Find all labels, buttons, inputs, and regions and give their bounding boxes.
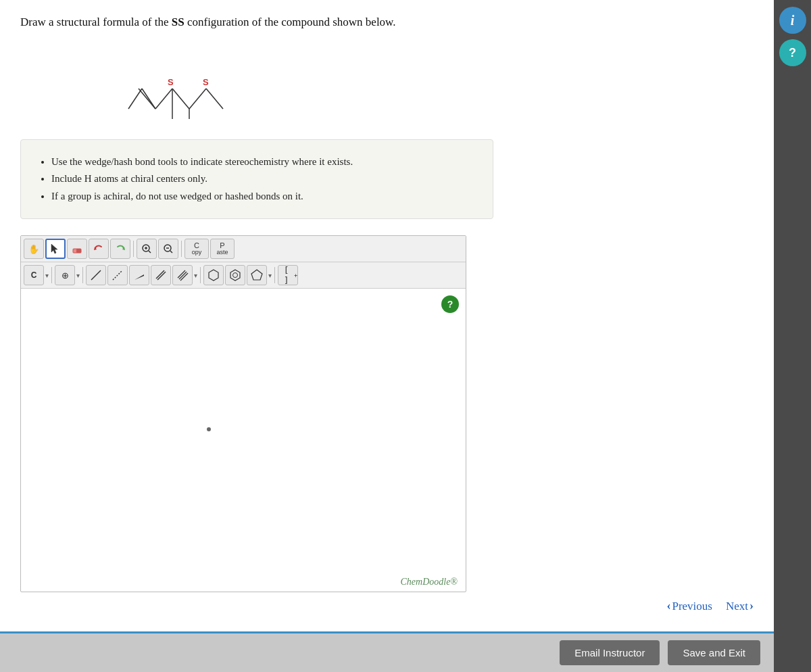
- svg-line-22: [91, 270, 101, 280]
- canvas-dot: [207, 427, 211, 431]
- zoom-in-icon: [141, 243, 152, 254]
- select-tool[interactable]: [45, 239, 66, 259]
- undo-icon: [93, 243, 104, 254]
- question-text: Draw a structural formula of the SS conf…: [20, 14, 754, 31]
- svg-line-5: [206, 89, 223, 109]
- sidebar-info-btn[interactable]: i: [779, 7, 806, 34]
- separator-4: [82, 267, 83, 283]
- svg-line-23: [113, 270, 122, 280]
- svg-marker-33: [251, 270, 262, 280]
- redo-icon: [115, 243, 126, 254]
- sidebar-help-btn[interactable]: ?: [779, 39, 806, 66]
- bond-dashed-btn[interactable]: [107, 265, 128, 285]
- chemdoodle-editor: ✋: [20, 235, 466, 592]
- next-button[interactable]: Next ›: [726, 599, 754, 613]
- paste-sublabel: aste: [216, 249, 228, 256]
- drawing-canvas[interactable]: ?: [21, 289, 466, 573]
- sidebar-help-icon: ?: [789, 46, 796, 60]
- bond-single-btn[interactable]: [86, 265, 106, 285]
- redo-tool[interactable]: [110, 239, 130, 259]
- svg-marker-31: [230, 270, 240, 281]
- email-instructor-button[interactable]: Email Instructor: [560, 640, 660, 665]
- carbon-element-btn[interactable]: C: [24, 265, 44, 285]
- save-exit-label: Save and Exit: [683, 647, 745, 658]
- next-chevron-icon: ›: [749, 599, 754, 613]
- separator-3: [51, 267, 52, 283]
- undo-tool[interactable]: [89, 239, 109, 259]
- zoom-out-tool[interactable]: [158, 239, 178, 259]
- bond-triple-btn[interactable]: [172, 265, 193, 285]
- right-sidebar: i ?: [774, 0, 811, 672]
- question-bold: SS: [172, 16, 185, 28]
- bond-triple-icon: [176, 269, 189, 281]
- previous-chevron-icon: ‹: [666, 599, 670, 613]
- bond-double-btn[interactable]: [151, 265, 171, 285]
- email-instructor-label: Email Instructor: [574, 647, 645, 658]
- svg-text:S: S: [203, 77, 209, 87]
- instruction-item-3: If a group is achiral, do not use wedged…: [51, 188, 476, 206]
- previous-button[interactable]: ‹ Previous: [666, 599, 712, 613]
- toolbar-top: ✋: [21, 236, 466, 262]
- canvas-help-icon: ?: [447, 299, 453, 310]
- svg-line-2: [155, 89, 172, 109]
- bond-wedge-icon: [133, 269, 145, 281]
- molecule-diagram: S S: [74, 45, 264, 126]
- instruction-item-1: Use the wedge/hash bond tools to indicat…: [51, 153, 476, 171]
- svg-point-32: [233, 273, 238, 278]
- hexagon-icon: [207, 269, 220, 281]
- cursor-icon: [50, 243, 61, 255]
- svg-line-3: [172, 89, 189, 109]
- zoom-out-icon: [163, 243, 174, 254]
- previous-label: Previous: [672, 600, 712, 613]
- svg-line-8: [139, 89, 155, 109]
- sidebar-info-icon: i: [791, 13, 795, 28]
- svg-line-18: [149, 251, 151, 253]
- eraser-tool[interactable]: [67, 239, 87, 259]
- navigation-row: ‹ Previous Next ›: [20, 599, 754, 613]
- svg-line-0: [128, 89, 142, 109]
- separator-2: [181, 241, 182, 257]
- svg-line-4: [189, 89, 206, 109]
- svg-line-21: [170, 251, 172, 253]
- paste-tool[interactable]: P aste: [210, 239, 235, 259]
- hand-tool[interactable]: ✋: [24, 239, 44, 259]
- chemdoodle-brand: ChemDoodle: [400, 577, 450, 587]
- pentagon-icon: [251, 269, 263, 281]
- canvas-help-btn[interactable]: ?: [441, 295, 459, 313]
- separator-1: [133, 241, 134, 257]
- question-post: configuration of the compound shown belo…: [185, 16, 396, 28]
- bond-double-icon: [155, 269, 167, 281]
- carbon-dropdown-arrow[interactable]: ▾: [45, 272, 49, 279]
- add-dropdown-arrow[interactable]: ▾: [76, 272, 80, 279]
- add-element-btn[interactable]: ⊕: [55, 265, 75, 285]
- ring-dropdown-arrow[interactable]: ▾: [268, 272, 272, 279]
- bond-wedge-btn[interactable]: [129, 265, 149, 285]
- benzene-btn[interactable]: [225, 265, 245, 285]
- chemdoodle-symbol: ®: [450, 577, 458, 587]
- main-content: Draw a structural formula of the SS conf…: [0, 0, 774, 672]
- instructions-box: Use the wedge/hash bond tools to indicat…: [20, 139, 493, 220]
- eraser-icon: [72, 243, 82, 254]
- next-label: Next: [726, 600, 748, 613]
- svg-marker-30: [209, 270, 218, 281]
- pentagon-btn[interactable]: [247, 265, 267, 285]
- benzene-icon: [229, 269, 241, 281]
- molecule-svg: S S: [74, 45, 264, 126]
- svg-rect-12: [76, 249, 81, 253]
- instruction-item-2: Include H atoms at chiral centers only.: [51, 170, 476, 188]
- bond-single-icon: [90, 269, 102, 281]
- question-pre: Draw a structural formula of the: [20, 16, 172, 28]
- instructions-list: Use the wedge/hash bond tools to indicat…: [38, 153, 476, 206]
- toolbar-bottom: C ▾ ⊕ ▾: [21, 262, 466, 289]
- bond-dropdown-arrow[interactable]: ▾: [194, 272, 197, 279]
- separator-6: [274, 267, 275, 283]
- copy-sublabel: opy: [192, 249, 202, 256]
- save-exit-button[interactable]: Save and Exit: [668, 640, 760, 665]
- hexagon-btn[interactable]: [203, 265, 224, 285]
- separator-5: [200, 267, 201, 283]
- bottom-bar: Email Instructor Save and Exit: [0, 631, 774, 672]
- copy-tool[interactable]: C opy: [185, 239, 209, 259]
- bracket-btn[interactable]: [ ]+: [278, 265, 298, 285]
- zoom-in-tool[interactable]: [137, 239, 157, 259]
- chemdoodle-footer: ChemDoodle®: [21, 573, 466, 592]
